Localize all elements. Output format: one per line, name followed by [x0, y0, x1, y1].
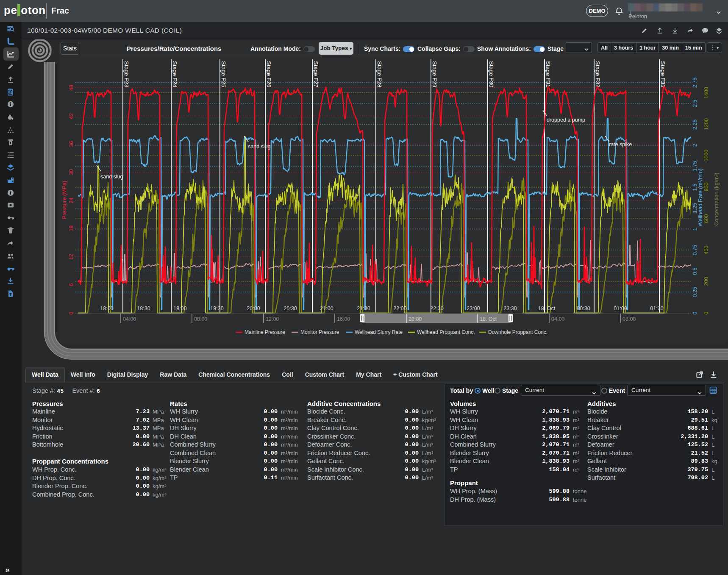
svg-text:sand slug: sand slug: [248, 144, 271, 150]
svg-text:21:00: 21:00: [320, 306, 333, 311]
svg-text:0.5: 0.5: [692, 267, 698, 275]
svg-text:Stage F24: Stage F24: [172, 61, 178, 88]
svg-text:Wellhead Proppant Conc.: Wellhead Proppant Conc.: [417, 329, 475, 335]
svg-text:2.75: 2.75: [692, 78, 698, 88]
svg-text:01:00: 01:00: [614, 306, 627, 311]
svg-text:600: 600: [703, 214, 709, 223]
svg-text:Stage F27: Stage F27: [313, 61, 319, 87]
svg-text:0: 0: [692, 311, 698, 314]
svg-text:Stage F29: Stage F29: [431, 61, 438, 87]
svg-text:23:30: 23:30: [503, 306, 517, 311]
svg-text:08:00: 08:00: [622, 316, 636, 322]
svg-text:2.5: 2.5: [692, 100, 698, 107]
svg-text:19:00: 19:00: [173, 306, 186, 311]
svg-text:Wellhead Slurry Rate: Wellhead Slurry Rate: [355, 329, 403, 335]
svg-text:20:30: 20:30: [283, 306, 297, 311]
svg-text:18. Oct: 18. Oct: [480, 316, 497, 322]
svg-text:0.25: 0.25: [692, 287, 698, 297]
svg-text:1: 1: [692, 228, 698, 231]
svg-text:48: 48: [68, 85, 74, 91]
svg-text:36: 36: [68, 141, 74, 147]
svg-text:20:00: 20:00: [247, 306, 260, 311]
svg-text:Stage F31: Stage F31: [545, 61, 551, 87]
svg-text:04:00: 04:00: [551, 316, 564, 322]
svg-text:2.25: 2.25: [692, 119, 698, 130]
svg-text:rate spike: rate spike: [609, 142, 632, 147]
svg-text:12:00: 12:00: [266, 316, 279, 322]
svg-text:sand slug: sand slug: [100, 174, 123, 180]
svg-text:1400: 1400: [703, 87, 709, 99]
svg-text:22:00: 22:00: [393, 306, 406, 311]
svg-text:2: 2: [692, 144, 698, 147]
svg-text:Downhole Proppant Conc.: Downhole Proppant Conc.: [488, 329, 547, 335]
svg-text:200: 200: [703, 277, 709, 286]
svg-text:1200: 1200: [703, 118, 709, 130]
svg-text:0: 0: [68, 311, 74, 314]
svg-text:30: 30: [68, 169, 74, 175]
svg-text:01:30: 01:30: [650, 306, 663, 311]
svg-text:Pressure (MPa): Pressure (MPa): [61, 181, 67, 219]
svg-text:Stage F25: Stage F25: [220, 61, 227, 87]
svg-text:Monitor Pressure: Monitor Pressure: [300, 329, 339, 335]
svg-text:18: 18: [68, 225, 74, 231]
svg-text:19:30: 19:30: [210, 306, 223, 311]
svg-text:Concentration (kg/m³): Concentration (kg/m³): [713, 172, 720, 226]
svg-text:18. Oct: 18. Oct: [538, 306, 556, 311]
svg-text:18:00: 18:00: [100, 306, 113, 311]
svg-text:dropped a pump: dropped a pump: [547, 117, 585, 123]
svg-text:24: 24: [68, 197, 74, 203]
svg-text:Stage F23: Stage F23: [123, 61, 130, 87]
svg-text:08:00: 08:00: [194, 316, 207, 322]
svg-text:23:00: 23:00: [467, 306, 480, 311]
svg-text:Stage F30: Stage F30: [488, 61, 495, 87]
svg-text:Stage F33: Stage F33: [660, 61, 666, 87]
svg-text:22:30: 22:30: [430, 306, 443, 311]
svg-text:20:00: 20:00: [408, 316, 422, 322]
svg-text:04:00: 04:00: [123, 316, 136, 322]
svg-text:42: 42: [68, 113, 74, 119]
svg-text:Stage F32: Stage F32: [595, 61, 601, 87]
svg-text:6: 6: [68, 283, 74, 286]
svg-text:Mainline Pressure: Mainline Pressure: [245, 329, 285, 335]
svg-text:21:30: 21:30: [357, 306, 370, 311]
svg-text:Wellhead Rate (m³/min): Wellhead Rate (m³/min): [697, 168, 703, 226]
svg-text:12: 12: [68, 254, 74, 260]
svg-text:18:30: 18:30: [137, 306, 150, 311]
svg-text:Stage F26: Stage F26: [266, 61, 272, 87]
svg-text:0.75: 0.75: [692, 245, 698, 255]
svg-text:Stage F28: Stage F28: [376, 61, 383, 87]
svg-text:400: 400: [703, 246, 709, 255]
svg-text:1000: 1000: [703, 150, 709, 161]
svg-text:16:00: 16:00: [337, 316, 350, 322]
svg-text:800: 800: [703, 183, 709, 192]
svg-text:0: 0: [703, 311, 709, 314]
svg-text:00:30: 00:30: [577, 306, 590, 311]
